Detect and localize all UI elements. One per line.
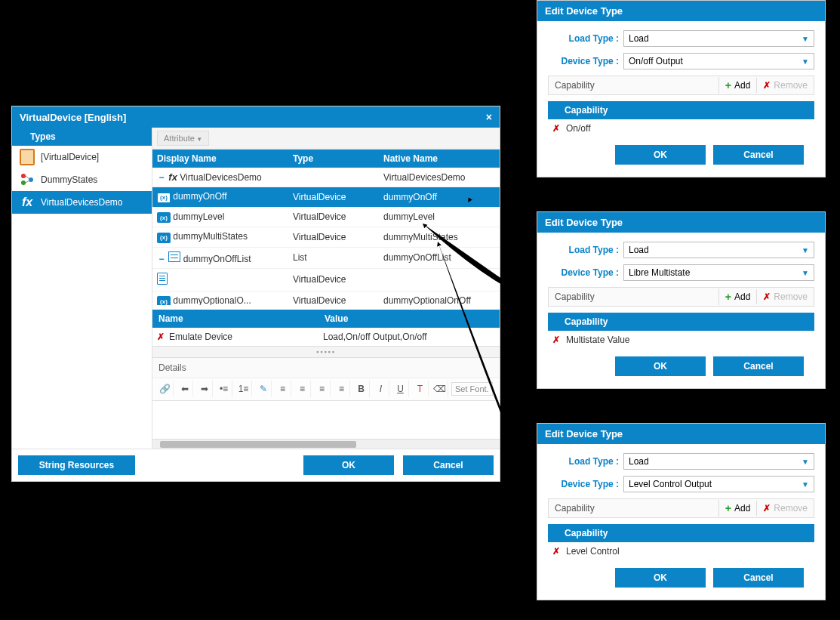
cancel-button[interactable]: Cancel	[713, 356, 804, 376]
capability-row[interactable]: ✗Level Control	[548, 542, 814, 560]
svg-line-4	[26, 180, 29, 183]
device-type-label: Device Type :	[548, 267, 623, 278]
table-row[interactable]: − dummyOnOffList List dummyOnOffList	[152, 248, 500, 269]
capability-toolbar: Capability +Add ✗Remove	[548, 76, 814, 95]
align-center-icon[interactable]: ≡	[294, 381, 311, 397]
device-type-select[interactable]: On/off Output▼	[623, 53, 814, 69]
clear-format-icon[interactable]: ⌫	[432, 381, 448, 397]
delete-icon: ✗	[763, 80, 771, 91]
collapse-icon[interactable]: −	[157, 254, 166, 264]
delete-icon[interactable]: ✗	[552, 335, 560, 345]
bullet-list-icon[interactable]: •≡	[216, 381, 232, 397]
tree-icon	[20, 172, 35, 187]
text-color-icon[interactable]: T	[412, 381, 429, 397]
delete-icon[interactable]: ✗	[552, 123, 560, 134]
device-type-label: Device Type :	[548, 479, 623, 489]
load-type-select[interactable]: Load▼	[623, 30, 814, 47]
underline-icon[interactable]: U	[392, 381, 409, 397]
titlebar: VirtualDevice [English] ×	[12, 106, 500, 128]
cancel-button[interactable]: Cancel	[713, 568, 804, 588]
variable-icon: (x)	[157, 233, 171, 243]
add-button[interactable]: +Add	[718, 77, 757, 94]
titlebar: Edit Device Type	[537, 212, 825, 233]
sidebar-item-virtualdevice[interactable]: [VirtualDevice]	[12, 146, 152, 168]
collapse-icon[interactable]: −	[157, 172, 166, 183]
list-icon	[168, 251, 180, 262]
col-display-name: Display Name	[152, 150, 288, 168]
capability-header: Capability	[548, 524, 814, 542]
ok-button[interactable]: OK	[615, 145, 706, 165]
svg-point-2	[29, 177, 33, 182]
table-row[interactable]: (x) dummyOptionalO... VirtualDevice dumm…	[152, 291, 500, 305]
virtual-device-window: VirtualDevice [English] × Types [Virtual…	[11, 106, 500, 482]
table-row[interactable]: (x) dummyLevel VirtualDevice dummyLevel	[152, 208, 500, 228]
table-row[interactable]: VirtualDevice	[152, 269, 500, 291]
device-type-select[interactable]: Level Control Output▼	[623, 476, 814, 492]
delete-icon[interactable]: ✗	[552, 546, 560, 557]
load-type-label: Load Type :	[548, 456, 623, 467]
outdent-icon[interactable]: ⬅	[177, 381, 193, 397]
variable-icon: (x)	[157, 212, 171, 223]
property-row[interactable]: ✗Emulate Device Load,On/off Output,On/of…	[152, 328, 500, 346]
cancel-button[interactable]: Cancel	[713, 145, 804, 165]
package-icon	[20, 150, 35, 165]
ok-button[interactable]: OK	[303, 455, 394, 475]
device-type-select[interactable]: Libre Multistate▼	[623, 264, 814, 281]
sidebar-item-virtualdevicesdemo[interactable]: fx VirtualDevicesDemo	[12, 191, 152, 214]
remove-button[interactable]: ✗Remove	[756, 78, 814, 93]
table-row[interactable]: (x) dummyMultiStates VirtualDevice dummy…	[152, 227, 500, 248]
ok-button[interactable]: OK	[615, 568, 706, 588]
remove-button[interactable]: ✗Remove	[756, 501, 814, 516]
align-right-icon[interactable]: ≡	[314, 381, 331, 397]
sidebar-item-dummystates[interactable]: DummyStates	[12, 168, 152, 191]
plus-icon: +	[725, 291, 731, 303]
sidebar-label: DummyStates	[41, 174, 97, 185]
capability-toolbar: Capability +Add ✗Remove	[548, 498, 814, 518]
load-type-label: Load Type :	[548, 33, 623, 44]
remove-button[interactable]: ✗Remove	[756, 289, 814, 304]
align-left-icon[interactable]: ≡	[275, 381, 291, 397]
variable-icon: (x)	[157, 193, 171, 203]
svg-point-0	[21, 174, 26, 178]
capability-toolbar: Capability +Add ✗Remove	[548, 287, 814, 307]
col-native-name: Native Name	[379, 150, 500, 168]
number-list-icon[interactable]: 1≡	[235, 381, 252, 397]
horizontal-scrollbar[interactable]	[152, 439, 500, 449]
name-value-header: Name Value	[152, 310, 500, 328]
add-button[interactable]: +Add	[718, 288, 757, 305]
link-icon[interactable]: 🔗	[157, 381, 174, 397]
load-type-select[interactable]: Load▼	[623, 453, 814, 470]
delete-icon: ✗	[763, 503, 771, 514]
col-type: Type	[288, 150, 379, 168]
chevron-down-icon: ▼	[802, 458, 809, 466]
chevron-down-icon: ▼	[802, 35, 809, 43]
details-editor[interactable]	[152, 401, 500, 439]
string-resources-button[interactable]: String Resources	[18, 455, 135, 475]
capability-row[interactable]: ✗Multistate Value	[548, 331, 814, 349]
delete-icon[interactable]: ✗	[157, 332, 165, 342]
cancel-button[interactable]: Cancel	[403, 455, 494, 475]
load-type-label: Load Type :	[548, 245, 623, 255]
delete-icon: ✗	[763, 291, 771, 302]
sidebar-label: VirtualDevicesDemo	[41, 197, 123, 208]
table-row[interactable]: − fx VirtualDevicesDemo VirtualDevicesDe…	[152, 168, 500, 187]
ok-button[interactable]: OK	[615, 356, 706, 376]
chevron-down-icon: ▼	[802, 269, 809, 277]
add-button[interactable]: +Add	[718, 500, 757, 517]
bold-icon[interactable]: B	[353, 381, 370, 397]
close-icon[interactable]: ×	[486, 111, 492, 123]
edit-device-type-window: Edit Device Type Load Type :Load▼ Device…	[537, 0, 826, 177]
window-title: VirtualDevice [English]	[20, 112, 126, 123]
font-select[interactable]: Set Font.	[451, 382, 493, 396]
titlebar: Edit Device Type	[537, 424, 825, 444]
load-type-select[interactable]: Load▼	[623, 242, 814, 258]
italic-icon[interactable]: I	[373, 381, 389, 397]
align-justify-icon[interactable]: ≡	[334, 381, 350, 397]
capability-row[interactable]: ✗On/off	[548, 119, 814, 137]
splitter[interactable]: ▪▪▪▪▪	[152, 346, 500, 358]
attribute-dropdown[interactable]: Attribute	[157, 131, 209, 146]
indent-icon[interactable]: ➡	[196, 381, 213, 397]
edit-device-type-window: Edit Device Type Load Type :Load▼ Device…	[537, 211, 826, 389]
highlighter-icon[interactable]: ✎	[255, 381, 272, 397]
table-row[interactable]: (x) dummyOnOff VirtualDevice dummyOnOff	[152, 187, 500, 208]
